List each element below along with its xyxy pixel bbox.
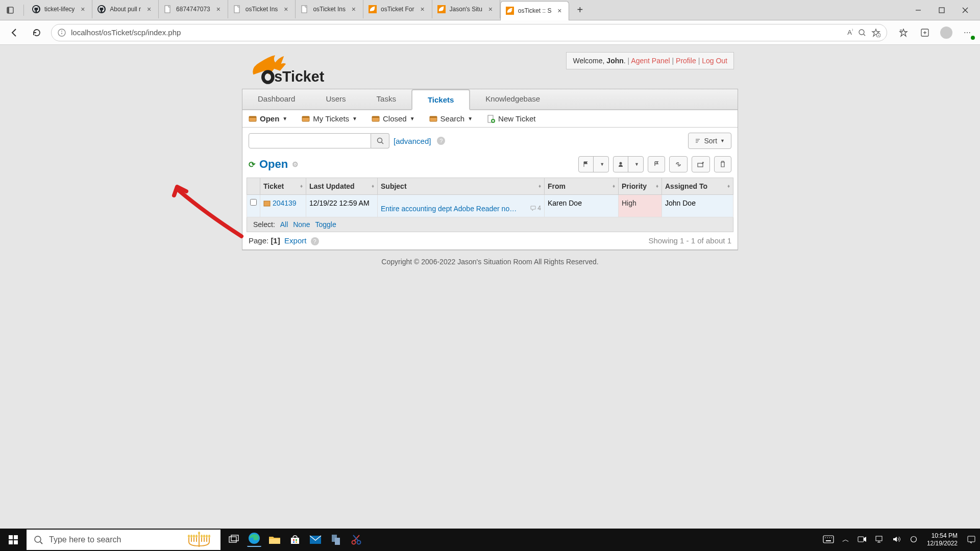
browser-tab[interactable]: Jason's Situ× (432, 0, 500, 18)
main-tab-tasks[interactable]: Tasks (361, 89, 411, 109)
caret-down-icon: ▼ (282, 116, 287, 121)
volume-icon[interactable] (888, 535, 905, 545)
svg-point-63 (188, 535, 190, 538)
tab-title: osTicket :: S (518, 7, 552, 14)
notifications-icon[interactable] (963, 535, 980, 545)
address-bar[interactable]: localhost/osTicket/scp/index.php A⁾ + (51, 24, 887, 41)
select-all-link[interactable]: All (280, 220, 288, 229)
tab-close-button[interactable]: × (555, 7, 564, 15)
tab-close-button[interactable]: × (350, 5, 358, 13)
new-tab-button[interactable]: + (572, 3, 587, 18)
tray-app-icon[interactable] (905, 535, 922, 545)
tray-chevron-icon[interactable]: ︿ (838, 535, 853, 544)
collections-icon[interactable] (919, 27, 931, 39)
pagination-row: Page: [1] Export ? Showing 1 - 1 of abou… (242, 232, 738, 249)
store-app-icon[interactable] (288, 533, 302, 547)
browser-back-button[interactable] (6, 24, 22, 41)
mail-app-icon[interactable] (308, 533, 323, 547)
tab-close-button[interactable]: × (486, 5, 495, 13)
refresh-icon[interactable]: ⟳ (249, 160, 255, 169)
window-close-button[interactable] (953, 2, 977, 18)
browser-tab[interactable]: osTicket Ins× (296, 0, 363, 18)
input-indicator-icon[interactable] (819, 535, 838, 545)
browser-refresh-button[interactable] (29, 24, 45, 41)
explorer-app-icon[interactable] (267, 533, 282, 547)
taskview-button[interactable] (227, 533, 241, 547)
svg-rect-48 (9, 535, 13, 539)
svg-point-71 (208, 535, 210, 538)
meet-now-icon[interactable] (853, 536, 871, 544)
subtab-mytickets[interactable]: My Tickets ▼ (302, 114, 357, 123)
tab-title: ticket-lifecy (44, 6, 75, 13)
favorites-icon[interactable] (897, 27, 910, 39)
subtab-open[interactable]: Open ▼ (249, 114, 287, 123)
main-tab-knowledgebase[interactable]: Knowledgebase (470, 89, 555, 109)
taskbar-clock[interactable]: 10:54 PM 12/19/2022 (922, 532, 963, 547)
export-button[interactable] (692, 156, 710, 172)
ticket-search-button[interactable] (371, 133, 389, 148)
select-none-link[interactable]: None (293, 220, 310, 229)
ticket-subject-link[interactable]: Entire accounting dept Adobe Reader no… (381, 205, 517, 213)
site-info-icon[interactable] (58, 29, 66, 37)
browser-tab[interactable]: About pull r× (92, 0, 159, 18)
edge-app-icon[interactable] (247, 533, 261, 547)
transfer-button[interactable] (648, 156, 665, 172)
taskbar-search[interactable]: Type here to search (27, 530, 220, 550)
browser-tab[interactable]: osTicket Ins× (228, 0, 296, 18)
advanced-search-link[interactable]: [advanced] (394, 137, 431, 145)
main-tab-dashboard[interactable]: Dashboard (242, 89, 310, 109)
ticket-search-input[interactable] (249, 133, 371, 148)
snip-app-icon[interactable] (349, 533, 363, 547)
browser-menu-button[interactable]: ⋯ (962, 27, 974, 39)
subtab-newticket[interactable]: New Ticket (487, 114, 535, 123)
browser-tab[interactable]: 6874747073× (159, 0, 228, 18)
sort-button[interactable]: Sort ▼ (688, 133, 731, 149)
row-checkbox[interactable] (250, 199, 257, 206)
osticket-logo[interactable]: sTicket (246, 50, 348, 85)
profile-button[interactable] (940, 27, 952, 39)
main-tab-users[interactable]: Users (310, 89, 361, 109)
logout-link[interactable]: Log Out (702, 57, 727, 65)
tab-close-button[interactable]: × (214, 5, 223, 13)
tab-title: osTicket For (381, 6, 414, 13)
browser-tab[interactable]: osTicket For× (363, 0, 432, 18)
window-minimize-button[interactable] (906, 2, 930, 18)
table-row[interactable]: 204139 12/19/22 12:59 AM 4 Entire accoun… (247, 195, 733, 217)
export-link[interactable]: Export (284, 236, 306, 245)
flag-button[interactable]: ▼ (578, 156, 609, 172)
delete-button[interactable] (714, 156, 731, 172)
start-button[interactable] (0, 529, 27, 551)
zoom-icon[interactable] (858, 29, 866, 37)
assign-button[interactable]: ▼ (613, 156, 644, 172)
browser-tab[interactable]: osTicket :: S× (500, 1, 570, 20)
svg-rect-78 (293, 541, 295, 543)
tab-close-button[interactable]: × (145, 5, 153, 13)
ticket-number-link[interactable]: 204139 (273, 199, 297, 207)
main-tab-tickets[interactable]: Tickets (411, 89, 470, 110)
profile-link[interactable]: Profile (676, 57, 696, 65)
gear-icon[interactable]: ⚙ (292, 160, 299, 168)
network-icon[interactable] (871, 535, 888, 545)
svg-rect-5 (234, 6, 239, 13)
merge-button[interactable] (669, 156, 688, 172)
browser-tab[interactable]: ticket-lifecy× (27, 0, 92, 18)
help-icon[interactable]: ? (437, 137, 445, 145)
tab-actions-icon[interactable] (3, 3, 17, 17)
subtab-search[interactable]: Search ▼ (429, 114, 473, 123)
read-aloud-icon[interactable]: A⁾ (847, 28, 853, 36)
subtab-closed[interactable]: Closed ▼ (372, 114, 415, 123)
favorite-star-icon[interactable]: + (871, 28, 880, 37)
export-icon (697, 161, 704, 167)
svg-point-45 (620, 162, 622, 165)
agent-panel-link[interactable]: Agent Panel (631, 57, 670, 65)
select-toggle-link[interactable]: Toggle (315, 220, 336, 229)
tab-close-button[interactable]: × (419, 5, 427, 13)
svg-point-40 (377, 138, 382, 143)
tab-title: 6874747073 (176, 6, 210, 13)
tab-close-button[interactable]: × (282, 5, 290, 13)
tab-close-button[interactable]: × (79, 5, 87, 13)
window-maximize-button[interactable] (930, 2, 953, 18)
help-icon[interactable]: ? (311, 237, 319, 245)
app-icon[interactable] (329, 533, 343, 547)
svg-line-86 (353, 535, 358, 541)
